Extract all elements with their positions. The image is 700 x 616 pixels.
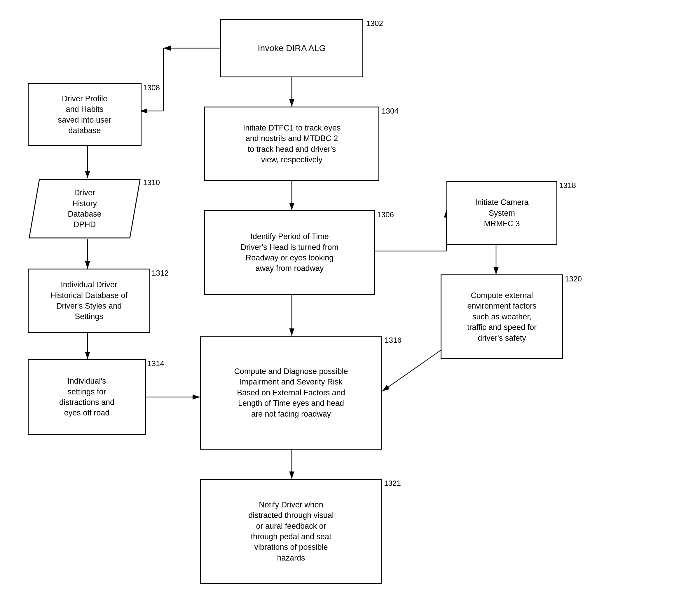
compute-diagnose-label: Compute and Diagnose possibleImpairment …	[234, 366, 348, 419]
individual-driver-historical-box: Individual DriverHistorical Database ofD…	[28, 269, 150, 333]
compute-external-ref: 1320	[565, 274, 582, 283]
individuals-settings-box: Individual'ssettings fordistractions and…	[28, 359, 146, 435]
driver-profile-box: Driver Profileand Habitssaved into userd…	[28, 83, 141, 146]
identify-period-box: Identify Period of TimeDriver's Head is …	[204, 210, 375, 295]
compute-external-label: Compute externalenvironment factorssuch …	[467, 290, 537, 343]
identify-period-ref: 1306	[377, 210, 394, 219]
notify-driver-box: Notify Driver whendistracted through vis…	[200, 479, 382, 584]
notify-driver-ref: 1321	[384, 479, 401, 488]
invoke-dira-box: Invoke DIRA ALG	[220, 19, 363, 77]
individual-driver-historical-label: Individual DriverHistorical Database ofD…	[50, 279, 127, 322]
initiate-dtfc1-box: Initiate DTFC1 to track eyesand nostrils…	[204, 107, 379, 181]
individuals-settings-ref: 1314	[147, 359, 164, 368]
initiate-camera-ref: 1318	[559, 181, 576, 190]
notify-driver-label: Notify Driver whendistracted through vis…	[248, 500, 334, 564]
svg-line-14	[382, 350, 441, 391]
initiate-camera-label: Initiate CameraSystemMRMFC 3	[475, 197, 528, 229]
compute-external-box: Compute externalenvironment factorssuch …	[441, 274, 563, 359]
driver-profile-label: Driver Profileand Habitssaved into userd…	[58, 94, 111, 136]
driver-history-box: DriverHistoryDatabaseDPHD	[28, 178, 141, 239]
compute-diagnose-ref: 1316	[385, 336, 401, 345]
invoke-dira-ref: 1302	[366, 19, 383, 28]
driver-history-label: DriverHistoryDatabaseDPHD	[68, 187, 102, 230]
compute-diagnose-box: Compute and Diagnose possibleImpairment …	[200, 336, 382, 449]
individuals-settings-label: Individual'ssettings fordistractions and…	[59, 376, 114, 418]
individual-driver-historical-ref: 1312	[152, 269, 168, 278]
driver-history-ref: 1310	[143, 178, 160, 187]
invoke-dira-label: Invoke DIRA ALG	[258, 42, 326, 54]
initiate-dtfc1-label: Initiate DTFC1 to track eyesand nostrils…	[243, 123, 341, 165]
initiate-dtfc1-ref: 1304	[382, 107, 399, 115]
identify-period-label: Identify Period of TimeDriver's Head is …	[241, 231, 338, 274]
driver-profile-ref: 1308	[143, 83, 160, 92]
diagram: Invoke DIRA ALG 1302 Initiate DTFC1 to t…	[0, 0, 700, 616]
initiate-camera-box: Initiate CameraSystemMRMFC 3	[447, 181, 557, 245]
